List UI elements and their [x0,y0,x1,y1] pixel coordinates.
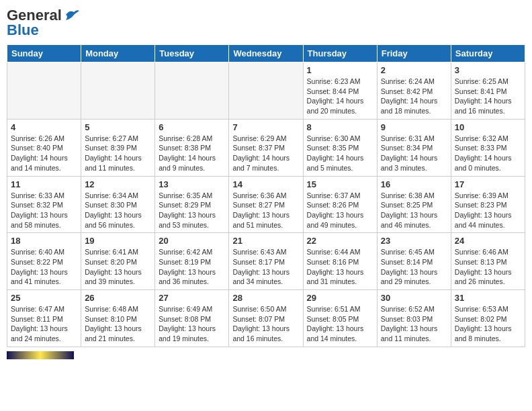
day-info: Sunrise: 6:34 AM Sunset: 8:30 PM Dayligh… [85,191,151,230]
calendar-day-cell: 14Sunrise: 6:36 AM Sunset: 8:27 PM Dayli… [229,176,303,233]
weekday-header-wednesday: Wednesday [229,45,303,62]
calendar-day-cell: 15Sunrise: 6:37 AM Sunset: 8:26 PM Dayli… [303,176,377,233]
calendar-day-cell: 1Sunrise: 6:23 AM Sunset: 8:44 PM Daylig… [303,62,377,120]
day-number: 28 [232,293,299,303]
day-info: Sunrise: 6:39 AM Sunset: 8:23 PM Dayligh… [455,191,521,230]
calendar-day-cell: 21Sunrise: 6:43 AM Sunset: 8:17 PM Dayli… [229,233,303,290]
day-number: 13 [159,179,225,189]
day-number: 2 [381,65,447,75]
calendar-day-cell: 22Sunrise: 6:44 AM Sunset: 8:16 PM Dayli… [303,233,377,290]
day-number: 8 [307,122,373,132]
weekday-header-friday: Friday [377,45,451,62]
calendar-day-cell: 2Sunrise: 6:24 AM Sunset: 8:42 PM Daylig… [377,62,451,120]
calendar-day-cell: 13Sunrise: 6:35 AM Sunset: 8:29 PM Dayli… [155,176,229,233]
day-number: 11 [11,179,77,189]
calendar-day-cell: 12Sunrise: 6:34 AM Sunset: 8:30 PM Dayli… [81,176,155,233]
calendar-day-cell: 20Sunrise: 6:42 AM Sunset: 8:19 PM Dayli… [155,233,229,290]
day-info: Sunrise: 6:24 AM Sunset: 8:42 PM Dayligh… [381,77,447,116]
calendar-day-cell: 23Sunrise: 6:45 AM Sunset: 8:14 PM Dayli… [377,233,451,290]
day-info: Sunrise: 6:29 AM Sunset: 8:37 PM Dayligh… [232,134,299,173]
day-number: 23 [381,236,447,246]
calendar-day-cell [7,62,81,120]
calendar-day-cell: 17Sunrise: 6:39 AM Sunset: 8:23 PM Dayli… [451,176,525,233]
calendar-day-cell: 9Sunrise: 6:31 AM Sunset: 8:34 PM Daylig… [377,119,451,176]
day-number: 26 [85,293,151,303]
calendar-day-cell: 4Sunrise: 6:26 AM Sunset: 8:40 PM Daylig… [7,119,81,176]
day-number: 20 [159,236,225,246]
footer-legend [7,351,525,359]
logo-blue-text: Blue [7,21,39,39]
calendar-day-cell: 18Sunrise: 6:40 AM Sunset: 8:22 PM Dayli… [7,233,81,290]
day-number: 19 [85,236,151,246]
logo: General Blue [7,7,79,39]
day-number: 25 [11,293,77,303]
day-info: Sunrise: 6:25 AM Sunset: 8:41 PM Dayligh… [455,77,521,116]
logo-bird-icon [64,9,79,21]
calendar-day-cell: 3Sunrise: 6:25 AM Sunset: 8:41 PM Daylig… [451,62,525,120]
day-number: 21 [232,236,299,246]
calendar-week-0: 1Sunrise: 6:23 AM Sunset: 8:44 PM Daylig… [7,62,525,120]
calendar-week-3: 18Sunrise: 6:40 AM Sunset: 8:22 PM Dayli… [7,233,525,290]
day-info: Sunrise: 6:47 AM Sunset: 8:11 PM Dayligh… [11,304,77,344]
day-number: 14 [232,179,299,189]
day-info: Sunrise: 6:42 AM Sunset: 8:19 PM Dayligh… [159,247,225,287]
day-number: 10 [455,122,521,132]
calendar-day-cell: 5Sunrise: 6:27 AM Sunset: 8:39 PM Daylig… [81,119,155,176]
calendar-day-cell [229,62,303,120]
day-info: Sunrise: 6:23 AM Sunset: 8:44 PM Dayligh… [307,77,373,116]
day-info: Sunrise: 6:53 AM Sunset: 8:02 PM Dayligh… [455,304,521,344]
day-info: Sunrise: 6:37 AM Sunset: 8:26 PM Dayligh… [307,191,373,230]
calendar-day-cell: 19Sunrise: 6:41 AM Sunset: 8:20 PM Dayli… [81,233,155,290]
day-info: Sunrise: 6:38 AM Sunset: 8:25 PM Dayligh… [381,191,447,230]
day-info: Sunrise: 6:35 AM Sunset: 8:29 PM Dayligh… [159,191,225,230]
calendar-table: SundayMondayTuesdayWednesdayThursdayFrid… [7,44,525,347]
calendar-week-2: 11Sunrise: 6:33 AM Sunset: 8:32 PM Dayli… [7,176,525,233]
day-info: Sunrise: 6:49 AM Sunset: 8:08 PM Dayligh… [159,304,225,344]
calendar-day-cell: 10Sunrise: 6:32 AM Sunset: 8:33 PM Dayli… [451,119,525,176]
calendar-week-1: 4Sunrise: 6:26 AM Sunset: 8:40 PM Daylig… [7,119,525,176]
day-number: 17 [455,179,521,189]
day-number: 1 [307,65,373,75]
day-number: 6 [159,122,225,132]
page-header: General Blue [7,7,525,39]
day-info: Sunrise: 6:31 AM Sunset: 8:34 PM Dayligh… [381,134,447,173]
calendar-day-cell: 8Sunrise: 6:30 AM Sunset: 8:35 PM Daylig… [303,119,377,176]
day-info: Sunrise: 6:50 AM Sunset: 8:07 PM Dayligh… [232,304,299,344]
daylight-gradient [7,351,74,359]
calendar-day-cell: 27Sunrise: 6:49 AM Sunset: 8:08 PM Dayli… [155,290,229,347]
day-info: Sunrise: 6:27 AM Sunset: 8:39 PM Dayligh… [85,134,151,173]
calendar-day-cell: 24Sunrise: 6:46 AM Sunset: 8:13 PM Dayli… [451,233,525,290]
calendar-day-cell: 26Sunrise: 6:48 AM Sunset: 8:10 PM Dayli… [81,290,155,347]
day-info: Sunrise: 6:30 AM Sunset: 8:35 PM Dayligh… [307,134,373,173]
day-number: 5 [85,122,151,132]
day-info: Sunrise: 6:41 AM Sunset: 8:20 PM Dayligh… [85,247,151,287]
calendar-day-cell: 6Sunrise: 6:28 AM Sunset: 8:38 PM Daylig… [155,119,229,176]
day-info: Sunrise: 6:43 AM Sunset: 8:17 PM Dayligh… [232,247,299,287]
weekday-header-tuesday: Tuesday [155,45,229,62]
calendar-day-cell: 29Sunrise: 6:51 AM Sunset: 8:05 PM Dayli… [303,290,377,347]
weekday-header-monday: Monday [81,45,155,62]
calendar-day-cell: 31Sunrise: 6:53 AM Sunset: 8:02 PM Dayli… [451,290,525,347]
day-info: Sunrise: 6:51 AM Sunset: 8:05 PM Dayligh… [307,304,373,344]
day-info: Sunrise: 6:26 AM Sunset: 8:40 PM Dayligh… [11,134,77,173]
calendar-day-cell: 16Sunrise: 6:38 AM Sunset: 8:25 PM Dayli… [377,176,451,233]
day-number: 30 [381,293,447,303]
day-info: Sunrise: 6:33 AM Sunset: 8:32 PM Dayligh… [11,191,77,230]
weekday-header-thursday: Thursday [303,45,377,62]
calendar-day-cell [81,62,155,120]
day-number: 16 [381,179,447,189]
day-number: 12 [85,179,151,189]
day-info: Sunrise: 6:44 AM Sunset: 8:16 PM Dayligh… [307,247,373,287]
day-info: Sunrise: 6:28 AM Sunset: 8:38 PM Dayligh… [159,134,225,173]
day-number: 15 [307,179,373,189]
calendar-day-cell: 28Sunrise: 6:50 AM Sunset: 8:07 PM Dayli… [229,290,303,347]
calendar-day-cell [155,62,229,120]
weekday-header-saturday: Saturday [451,45,525,62]
day-number: 7 [232,122,299,132]
day-number: 18 [11,236,77,246]
day-number: 9 [381,122,447,132]
day-info: Sunrise: 6:52 AM Sunset: 8:03 PM Dayligh… [381,304,447,344]
day-number: 27 [159,293,225,303]
day-number: 24 [455,236,521,246]
day-info: Sunrise: 6:45 AM Sunset: 8:14 PM Dayligh… [381,247,447,287]
